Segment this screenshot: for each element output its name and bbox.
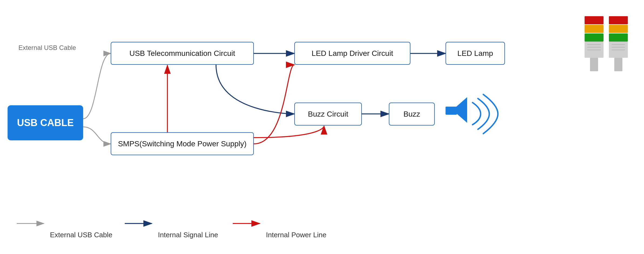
diagram-svg: External USB Cable <box>0 0 644 254</box>
tower1-yellow <box>585 25 603 33</box>
gray-line-bottom <box>83 127 111 144</box>
tower2-green <box>609 33 628 42</box>
tower2-red <box>609 16 628 24</box>
diagram-container: External USB Cable <box>0 0 644 254</box>
buzz-circuit-box: Buzz Circuit <box>294 103 362 126</box>
tower1-connector <box>590 58 598 71</box>
led-lamp-box: LED Lamp <box>446 42 505 65</box>
smps-box: SMPS(Switching Mode Power Supply) <box>111 132 254 155</box>
tower1-green <box>585 33 603 42</box>
led-lamp-label: LED Lamp <box>457 49 493 58</box>
speaker-wave3 <box>483 94 498 134</box>
led-driver-box: LED Lamp Driver Circuit <box>294 42 410 65</box>
legend-power-label: Internal Power Line <box>266 231 326 239</box>
red-power-smps-buzz <box>254 126 324 138</box>
led-driver-label: LED Lamp Driver Circuit <box>312 49 393 58</box>
buzz-label: Buzz <box>403 110 420 118</box>
external-label: External USB Cable <box>18 44 76 51</box>
speaker-body <box>456 97 467 123</box>
buzz-circuit-label: Buzz Circuit <box>308 110 348 118</box>
speaker-box <box>446 107 457 115</box>
buzz-box: Buzz <box>389 103 435 126</box>
usb-telecom-box: USB Telecommunication Circuit <box>111 42 254 65</box>
legend-external-label: External USB Cable <box>50 231 112 239</box>
usb-cable-label: USB CABLE <box>17 117 74 128</box>
tower2-connector <box>614 58 622 71</box>
speaker-wave1 <box>473 103 481 125</box>
usb-cable-box: USB CABLE <box>8 105 83 140</box>
red-power-smps-led <box>254 65 294 144</box>
tower2-yellow <box>609 25 628 33</box>
legend-signal-label: Internal Signal Line <box>158 231 218 239</box>
smps-label: SMPS(Switching Mode Power Supply) <box>118 140 247 148</box>
tower2-body <box>609 42 628 58</box>
usb-telecom-label: USB Telecommunication Circuit <box>129 49 235 58</box>
speaker-wave2 <box>478 99 489 129</box>
tower1-red <box>585 16 603 24</box>
tower1-body <box>585 42 603 58</box>
gray-line-top <box>83 53 111 119</box>
